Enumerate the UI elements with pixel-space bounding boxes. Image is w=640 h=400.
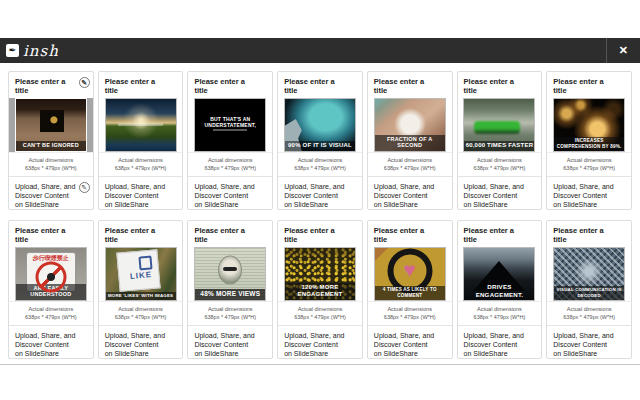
card-description: Upload, Share, and Discover Content on S… <box>553 331 615 358</box>
dimensions: Actual dimensions 638px * 479px (W*H) <box>547 153 631 177</box>
edit-description-icon[interactable]: ✎ <box>79 182 90 193</box>
dimensions: Actual dimensions 638px * 479px (W*H) <box>9 302 93 326</box>
card-title-row: Please enter a title ✎ <box>9 221 93 247</box>
card-title-input[interactable]: Please enter a title <box>15 226 79 244</box>
slide-thumbnail[interactable]: 90% OF IT IS VISUAL <box>278 98 362 153</box>
card-title-row: Please enter a title ✎ <box>547 221 631 247</box>
slide-card[interactable]: Please enter a title ✎ LIKE MORE 'LIKES'… <box>98 220 184 359</box>
dimensions-label: Actual dimensions <box>280 157 360 163</box>
card-title-input[interactable]: Please enter a title <box>105 77 169 95</box>
card-title-row: Please enter a title ✎ <box>278 72 362 98</box>
thumbnail-overlay-text: 歩行喫煙禁止 <box>16 254 86 263</box>
dimensions-label: Actual dimensions <box>549 157 629 163</box>
slide-image: LIKE MORE 'LIKES' WITH IMAGES <box>105 247 177 301</box>
slide-thumbnail[interactable]: DRIVES ENGAGEMENT. <box>458 247 542 302</box>
slide-card[interactable]: Please enter a title ✎ CAN'T BE IGNORED … <box>8 71 94 210</box>
slide-card[interactable]: Please enter a title ✎ Actual dimensions… <box>98 71 184 210</box>
app-logo: ✒ insh <box>6 42 59 60</box>
slide-thumbnail[interactable]: 60,000 TIMES FASTER <box>458 98 542 153</box>
thumbnail-caption: BUT THAT'S AN UNDERSTATEMENT, <box>195 115 265 130</box>
slide-image: CAN'T BE IGNORED <box>15 98 87 152</box>
card-description: Upload, Share, and Discover Content on S… <box>284 331 346 358</box>
slide-thumbnail[interactable]: BUT THAT'S AN UNDERSTATEMENT, <box>188 98 272 153</box>
description-row: Upload, Share, and Discover Content on S… <box>9 177 93 210</box>
slide-card[interactable]: Please enter a title ✎ INCREASES COMPREH… <box>546 71 632 210</box>
dimensions: Actual dimensions 638px * 479px (W*H) <box>458 153 542 177</box>
dimensions-label: Actual dimensions <box>11 157 91 163</box>
thumbnail-caption: 90% OF IT IS VISUAL <box>285 141 355 151</box>
dimensions: Actual dimensions 638px * 479px (W*H) <box>99 153 183 177</box>
slide-thumbnail[interactable]: 120% MORE ENGAGEMENT <box>278 247 362 302</box>
slide-thumbnail[interactable]: VISUAL COMMUNICATION IS DECODED <box>547 247 631 302</box>
card-title-input[interactable]: Please enter a title <box>464 77 528 95</box>
slide-thumbnail[interactable] <box>99 98 183 153</box>
slide-thumbnail[interactable]: 48% MORE VIEWS <box>188 247 272 302</box>
close-button[interactable]: ✕ <box>606 38 640 63</box>
extension-popup: ✒ insh ✕ Please enter a title ✎ CAN'T BE… <box>0 38 640 365</box>
card-title-input[interactable]: Please enter a title <box>15 77 79 95</box>
slide-card[interactable]: Please enter a title ✎ 歩行喫煙禁止 ARE EASILY… <box>8 220 94 359</box>
edit-title-icon[interactable]: ✎ <box>79 77 90 88</box>
description-row: Upload, Share, and Discover Content on S… <box>547 177 631 210</box>
slide-card[interactable]: Please enter a title ✎ BUT THAT'S AN UND… <box>187 71 273 210</box>
card-title-row: Please enter a title ✎ <box>188 221 272 247</box>
card-title-input[interactable]: Please enter a title <box>553 77 617 95</box>
slide-thumbnail[interactable]: 歩行喫煙禁止 ARE EASILY UNDERSTOOD <box>9 247 93 302</box>
dimensions-label: Actual dimensions <box>101 306 181 312</box>
card-title-row: Please enter a title ✎ <box>99 72 183 98</box>
dimensions-label: Actual dimensions <box>280 306 360 312</box>
slide-image: INCREASES COMPREHENSION BY 89%. <box>553 98 625 152</box>
dimensions-value: 638px * 479px (W*H) <box>101 165 181 171</box>
dimensions-label: Actual dimensions <box>549 306 629 312</box>
card-title-input[interactable]: Please enter a title <box>284 77 348 95</box>
slide-image: 120% MORE ENGAGEMENT <box>284 247 356 301</box>
thumbnail-caption: 120% MORE ENGAGEMENT <box>285 283 355 300</box>
card-description: Upload, Share, and Discover Content on S… <box>194 331 256 358</box>
description-row: Upload, Share, and Discover Content on S… <box>547 326 631 359</box>
slide-card[interactable]: Please enter a title ✎ 48% MORE VIEWS Ac… <box>187 220 273 359</box>
card-description: Upload, Share, and Discover Content on S… <box>553 182 615 209</box>
slide-card[interactable]: Please enter a title ✎ DRIVES ENGAGEMENT… <box>457 220 543 359</box>
card-description: Upload, Share, and Discover Content on S… <box>105 331 167 358</box>
dimensions-label: Actual dimensions <box>460 157 540 163</box>
slide-card[interactable]: Please enter a title ✎ 120% MORE ENGAGEM… <box>277 220 363 359</box>
dimensions: Actual dimensions 638px * 479px (W*H) <box>547 302 631 326</box>
card-title-input[interactable]: Please enter a title <box>374 226 438 244</box>
card-description: Upload, Share, and Discover Content on S… <box>105 182 167 209</box>
slide-image: FRACTION OF A SECOND <box>374 98 446 152</box>
dimensions-value: 638px * 479px (W*H) <box>460 165 540 171</box>
dimensions-value: 638px * 479px (W*H) <box>280 165 360 171</box>
card-title-row: Please enter a title ✎ <box>368 221 452 247</box>
card-title-input[interactable]: Please enter a title <box>284 226 348 244</box>
slide-thumbnail[interactable]: FRACTION OF A SECOND <box>368 98 452 153</box>
card-title-input[interactable]: Please enter a title <box>105 226 169 244</box>
dimensions-value: 638px * 479px (W*H) <box>11 314 91 320</box>
card-title-input[interactable]: Please enter a title <box>553 226 617 244</box>
dimensions-value: 638px * 479px (W*H) <box>549 314 629 320</box>
slide-thumbnail[interactable]: LIKE MORE 'LIKES' WITH IMAGES <box>99 247 183 302</box>
slide-card[interactable]: Please enter a title ✎ 90% OF IT IS VISU… <box>277 71 363 210</box>
dimensions-value: 638px * 479px (W*H) <box>370 165 450 171</box>
slide-card[interactable]: Please enter a title ✎ VISUAL COMMUNICAT… <box>546 220 632 359</box>
card-title-input[interactable]: Please enter a title <box>194 226 258 244</box>
card-title-input[interactable]: Please enter a title <box>194 77 258 95</box>
slide-image: VISUAL COMMUNICATION IS DECODED <box>553 247 625 301</box>
description-row: Upload, Share, and Discover Content on S… <box>458 326 542 359</box>
thumbnail-caption: CAN'T BE IGNORED <box>16 141 86 151</box>
slide-thumbnail[interactable]: CAN'T BE IGNORED <box>9 98 93 153</box>
description-row: Upload, Share, and Discover Content on S… <box>278 177 362 210</box>
slide-card[interactable]: Please enter a title ✎ 60,000 TIMES FAST… <box>457 71 543 210</box>
card-title-input[interactable]: Please enter a title <box>464 226 528 244</box>
thumbnail-overlay-text: LIKE <box>105 268 176 283</box>
dimensions: Actual dimensions 638px * 479px (W*H) <box>278 302 362 326</box>
slide-card[interactable]: Please enter a title ✎ 4 TIMES AS LIKELY… <box>367 220 453 359</box>
slide-thumbnail[interactable]: INCREASES COMPREHENSION BY 89%. <box>547 98 631 153</box>
dimensions: Actual dimensions 638px * 479px (W*H) <box>188 153 272 177</box>
description-row: Upload, Share, and Discover Content on S… <box>188 326 272 359</box>
card-title-input[interactable]: Please enter a title <box>374 77 438 95</box>
slide-thumbnail[interactable]: 4 TIMES AS LIKELY TO COMMENT <box>368 247 452 302</box>
description-row: Upload, Share, and Discover Content on S… <box>9 326 93 359</box>
card-description: Upload, Share, and Discover Content on S… <box>15 182 77 209</box>
slide-card[interactable]: Please enter a title ✎ FRACTION OF A SEC… <box>367 71 453 210</box>
card-description: Upload, Share, and Discover Content on S… <box>15 331 77 358</box>
